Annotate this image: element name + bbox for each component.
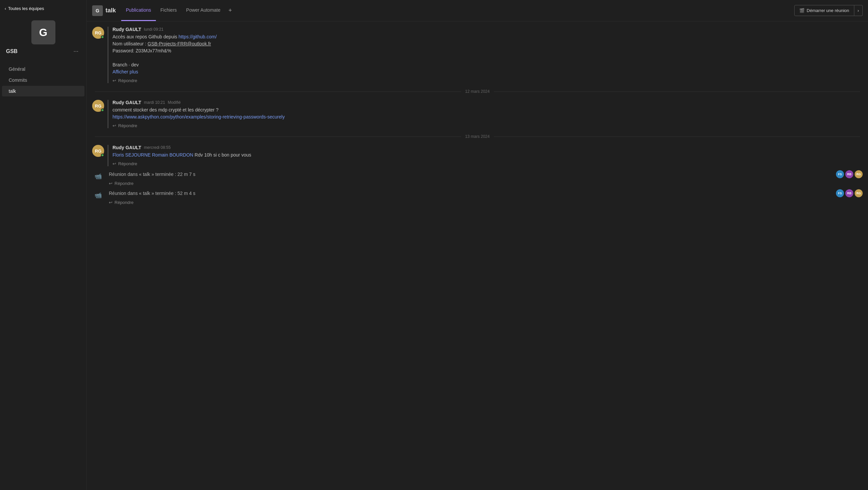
mention-floris: Floris SEJOURNE (113, 152, 151, 157)
tab-fichiers[interactable]: Fichiers (156, 0, 182, 21)
team-block: G GSB ··· (0, 17, 87, 62)
system-text: Réunion dans « talk » terminée : 22 m 7 … (109, 172, 195, 177)
mention-romain: Romain BOURDON (152, 152, 193, 157)
header-team-badge: G (92, 5, 103, 16)
video-camera-icon: 📹 (92, 189, 104, 201)
header: G talk Publications Fichiers Power Autom… (87, 0, 868, 21)
message-author: Rudy GAULT (113, 100, 141, 105)
message-row: RG Rudy GAULT mardi 10:21 Modifié commen… (87, 98, 868, 130)
system-message: 📹 Réunion dans « talk » terminée : 22 m … (87, 168, 868, 187)
chat-area: RG Rudy GAULT lundi 09:21 Accès aux repo… (87, 21, 868, 490)
main-content: G talk Publications Fichiers Power Autom… (87, 0, 868, 490)
show-more-button[interactable]: Afficher plus (113, 69, 138, 74)
date-label: 12 mars 2024 (461, 89, 493, 94)
reply-icon: ↩ (109, 181, 113, 186)
message-time: mercredi 08:55 (144, 145, 170, 150)
team-header: GSB ··· (5, 47, 82, 55)
message-text: Nom utilisateur : GSB-Projects-FRR@outlo… (113, 41, 211, 47)
team-avatar: G (31, 20, 55, 44)
participant-rb: RB (845, 189, 853, 197)
date-separator: 12 mars 2024 (87, 85, 868, 98)
sidebar-item-talk[interactable]: talk (2, 86, 85, 96)
message-text: comment stocker des mdp crypté et les dé… (113, 107, 218, 113)
team-menu-button[interactable]: ··· (71, 47, 81, 55)
message-row: RG Rudy GAULT mercredi 08:55 Floris SEJO… (87, 143, 868, 168)
meeting-controls: 🎬 Démarrer une réunion › (794, 5, 863, 16)
reply-icon: ↩ (109, 200, 113, 205)
system-content: Réunion dans « talk » terminée : 52 m 4 … (109, 189, 863, 205)
date-separator: 13 mars 2024 (87, 130, 868, 143)
participant-fs: FS (836, 170, 844, 178)
reply-button[interactable]: ↩ Répondre (109, 200, 863, 205)
participant-rg: RG (855, 189, 863, 197)
branch-text: Branch · dev (113, 62, 139, 67)
message-content: Rudy GAULT mardi 10:21 Modifié comment s… (107, 100, 863, 128)
message-content: Rudy GAULT lundi 09:21 Accès aux repos G… (107, 27, 863, 83)
system-message: 📹 Réunion dans « talk » terminée : 52 m … (87, 187, 868, 206)
message-modified: Modifié (167, 100, 181, 105)
back-arrow-icon: ‹ (5, 6, 6, 11)
message-body: comment stocker des mdp crypté et les dé… (113, 106, 863, 121)
reply-button[interactable]: ↩ Répondre (113, 123, 863, 128)
start-meeting-dropdown-button[interactable]: › (854, 5, 863, 16)
date-label: 13 mars 2024 (461, 134, 493, 139)
message-text: Rdv 10h si c bon pour vous (195, 152, 251, 157)
online-indicator (101, 109, 104, 112)
avatar: RG (92, 27, 104, 39)
reply-button[interactable]: ↩ Répondre (113, 161, 863, 166)
message-row: RG Rudy GAULT lundi 09:21 Accès aux repo… (87, 25, 868, 85)
reply-icon: ↩ (113, 123, 116, 128)
add-tab-button[interactable]: + (225, 0, 235, 21)
header-tabs: Publications Fichiers Power Automate + (121, 0, 235, 21)
system-content: Réunion dans « talk » terminée : 22 m 7 … (109, 170, 863, 186)
reply-icon: ↩ (113, 78, 116, 83)
message-time: lundi 09:21 (144, 27, 163, 32)
reply-button[interactable]: ↩ Répondre (109, 181, 863, 186)
avatar: RG (92, 145, 104, 157)
message-author: Rudy GAULT (113, 145, 141, 150)
back-label: Toutes les équipes (8, 6, 44, 11)
message-body: Accès aux repos Github depuis https://gi… (113, 33, 863, 75)
online-indicator (101, 154, 104, 157)
meeting-participants: FS RB RG (836, 170, 863, 178)
avatar: RG (92, 100, 104, 112)
system-row: Réunion dans « talk » terminée : 52 m 4 … (109, 189, 863, 197)
sidebar: ‹ Toutes les équipes G GSB ··· Général C… (0, 0, 87, 490)
github-link[interactable]: https://github.com/ (179, 34, 217, 39)
back-button[interactable]: ‹ Toutes les équipes (0, 0, 87, 17)
message-content: Rudy GAULT mercredi 08:55 Floris SEJOURN… (107, 145, 863, 166)
participant-rg: RG (855, 170, 863, 178)
meeting-camera-icon: 🎬 (799, 8, 805, 13)
system-row: Réunion dans « talk » terminée : 22 m 7 … (109, 170, 863, 178)
nav-list: Général Commits talk (0, 62, 87, 98)
askpython-link[interactable]: https://www.askpython.com/python/example… (113, 114, 285, 120)
message-header: Rudy GAULT mardi 10:21 Modifié (113, 100, 863, 105)
message-author: Rudy GAULT (113, 27, 141, 32)
tab-power-automate[interactable]: Power Automate (182, 0, 225, 21)
video-camera-icon: 📹 (92, 170, 104, 182)
message-body: Floris SEJOURNE Romain BOURDON Rdv 10h s… (113, 152, 863, 158)
team-name: GSB (6, 49, 18, 54)
start-meeting-button[interactable]: 🎬 Démarrer une réunion (794, 5, 854, 16)
online-indicator (101, 35, 104, 39)
system-text: Réunion dans « talk » terminée : 52 m 4 … (109, 191, 195, 196)
message-header: Rudy GAULT lundi 09:21 (113, 27, 863, 32)
meeting-participants: FS RB RG (836, 189, 863, 197)
tab-publications[interactable]: Publications (121, 0, 156, 21)
sidebar-item-commits[interactable]: Commits (2, 75, 85, 86)
message-header: Rudy GAULT mercredi 08:55 (113, 145, 863, 150)
participant-fs: FS (836, 189, 844, 197)
reply-icon: ↩ (113, 161, 116, 166)
message-time: mardi 10:21 (144, 100, 165, 105)
reply-button[interactable]: ↩ Répondre (113, 78, 863, 83)
password-text: Password: Z03MJx77mh&% (113, 48, 171, 53)
chevron-down-icon: › (858, 8, 859, 13)
sidebar-item-general[interactable]: Général (2, 64, 85, 74)
header-channel-name: talk (105, 7, 116, 14)
participant-rb: RB (845, 170, 853, 178)
